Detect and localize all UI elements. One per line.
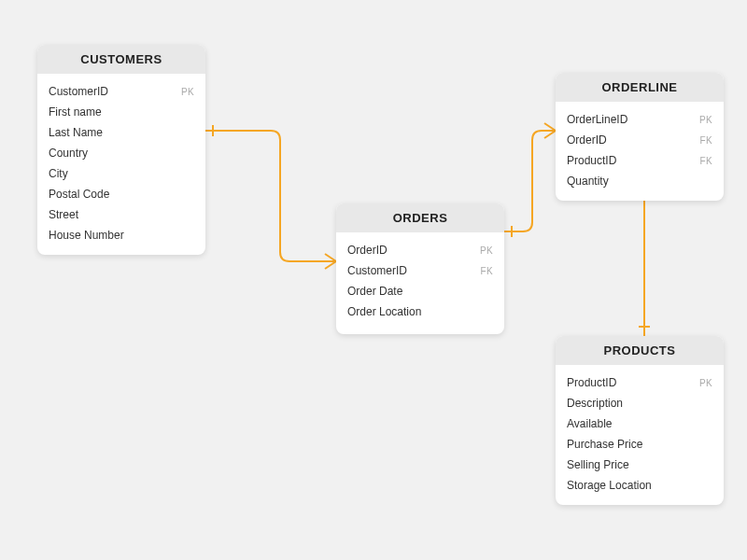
field-name: CustomerID [347, 262, 407, 279]
field-name: Quantity [567, 173, 609, 189]
field-name: Last Name [49, 124, 103, 141]
field-row: CustomerIDPK [49, 81, 194, 102]
field-name: ProductID [567, 374, 616, 391]
entity-orders[interactable]: ORDERS OrderIDPK CustomerIDFK Order Date… [336, 203, 504, 334]
field-row: First name [49, 102, 194, 122]
field-key: FK [700, 133, 712, 147]
field-name: Purchase Price [567, 436, 642, 453]
field-row: City [49, 163, 194, 184]
svg-line-3 [544, 123, 556, 131]
entity-products-header: PRODUCTS [556, 336, 724, 365]
entity-orderline-header: ORDERLINE [556, 73, 724, 102]
field-row: OrderIDFK [567, 130, 712, 150]
field-name: First name [49, 104, 102, 120]
field-key: FK [700, 154, 712, 168]
field-row: Purchase Price [567, 434, 712, 455]
field-row: CustomerIDFK [347, 260, 493, 281]
field-key: PK [699, 113, 712, 127]
entity-orderline[interactable]: ORDERLINE OrderLineIDPK OrderIDFK Produc… [556, 73, 724, 201]
svg-line-4 [544, 131, 556, 138]
entity-orders-body: OrderIDPK CustomerIDFK Order Date Order … [336, 232, 504, 331]
field-row: ProductIDFK [567, 150, 712, 171]
field-row: OrderIDPK [347, 240, 493, 260]
entity-customers-header: CUSTOMERS [37, 45, 205, 74]
field-row: Selling Price [567, 455, 712, 475]
entity-products[interactable]: PRODUCTS ProductIDPK Description Availab… [556, 336, 724, 505]
field-row: Description [567, 393, 712, 413]
field-name: City [49, 165, 68, 182]
field-name: Order Date [347, 283, 402, 300]
field-name: Street [49, 206, 78, 223]
field-row: OrderLineIDPK [567, 109, 712, 130]
field-row: Storage Location [567, 475, 712, 496]
field-name: Storage Location [567, 477, 652, 494]
field-name: OrderID [567, 132, 607, 148]
field-name: Selling Price [567, 456, 629, 473]
field-name: CustomerID [49, 83, 108, 100]
field-row: Postal Code [49, 184, 194, 204]
field-row: Last Name [49, 122, 194, 143]
svg-line-0 [325, 254, 336, 261]
field-row: Order Date [347, 281, 493, 301]
field-name: Available [567, 415, 612, 432]
field-row: Street [49, 204, 194, 225]
field-name: Country [49, 145, 88, 161]
field-key: PK [699, 376, 712, 390]
field-name: Postal Code [49, 186, 109, 203]
field-name: OrderID [347, 242, 388, 259]
field-name: OrderLineID [567, 111, 627, 128]
field-key: PK [480, 244, 493, 258]
svg-line-1 [325, 261, 336, 269]
field-row: House Number [49, 225, 194, 245]
field-row: Country [49, 143, 194, 163]
field-row: Order Location [347, 301, 493, 322]
field-name: Order Location [347, 303, 421, 320]
entity-orders-header: ORDERS [336, 203, 504, 232]
field-row: Quantity [567, 171, 712, 191]
field-name: ProductID [567, 152, 616, 169]
entity-customers[interactable]: CUSTOMERS CustomerIDPK First name Last N… [37, 45, 205, 255]
field-key: PK [181, 85, 194, 99]
field-row: Available [567, 413, 712, 434]
field-key: FK [481, 264, 493, 278]
entity-orderline-body: OrderLineIDPK OrderIDFK ProductIDFK Quan… [556, 102, 724, 201]
field-name: House Number [49, 227, 124, 244]
field-row: ProductIDPK [567, 372, 712, 393]
field-name: Description [567, 395, 623, 412]
entity-products-body: ProductIDPK Description Available Purcha… [556, 365, 724, 505]
entity-customers-body: CustomerIDPK First name Last Name Countr… [37, 74, 205, 255]
